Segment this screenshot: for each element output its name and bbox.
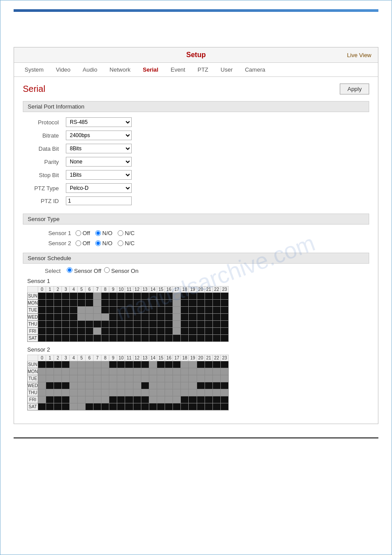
cell-tue-13[interactable] [141, 375, 149, 382]
cell-sat-7[interactable] [94, 403, 101, 410]
cell-wed-2[interactable] [54, 382, 62, 389]
cell-thu-16[interactable] [165, 389, 173, 396]
cell-mon-2[interactable] [54, 300, 62, 307]
cell-tue-19[interactable] [189, 307, 197, 314]
cell-wed-7[interactable] [94, 314, 101, 321]
cell-mon-9[interactable] [109, 368, 117, 375]
cell-tue-18[interactable] [181, 375, 189, 382]
cell-fri-17[interactable] [173, 328, 181, 335]
cell-fri-16[interactable] [165, 328, 173, 335]
cell-sat-9[interactable] [109, 403, 117, 410]
cell-wed-20[interactable] [197, 382, 205, 389]
cell-sun-20[interactable] [197, 361, 205, 368]
sensor1-nc-option[interactable]: N/C [118, 230, 134, 236]
cell-fri-17[interactable] [173, 396, 181, 403]
cell-mon-3[interactable] [62, 300, 70, 307]
cell-fri-13[interactable] [141, 328, 149, 335]
sensor2-off-radio[interactable] [76, 240, 81, 246]
cell-thu-15[interactable] [157, 389, 165, 396]
cell-sun-18[interactable] [181, 361, 189, 368]
cell-wed-3[interactable] [62, 382, 70, 389]
cell-fri-14[interactable] [149, 396, 157, 403]
cell-wed-0[interactable] [38, 382, 46, 389]
cell-mon-20[interactable] [197, 368, 205, 375]
cell-sun-16[interactable] [165, 361, 173, 368]
cell-tue-8[interactable] [101, 375, 109, 382]
cell-sun-2[interactable] [54, 361, 62, 368]
cell-mon-15[interactable] [157, 300, 165, 307]
cell-thu-7[interactable] [94, 389, 101, 396]
cell-sun-5[interactable] [78, 293, 86, 300]
cell-sun-15[interactable] [157, 293, 165, 300]
cell-tue-18[interactable] [181, 307, 189, 314]
cell-tue-9[interactable] [109, 375, 117, 382]
cell-tue-9[interactable] [109, 307, 117, 314]
cell-sun-5[interactable] [78, 361, 86, 368]
cell-tue-19[interactable] [189, 375, 197, 382]
cell-sun-12[interactable] [133, 293, 141, 300]
cell-thu-14[interactable] [149, 321, 157, 328]
cell-wed-16[interactable] [165, 382, 173, 389]
cell-sat-6[interactable] [86, 403, 94, 410]
cell-fri-6[interactable] [86, 396, 94, 403]
cell-mon-18[interactable] [181, 300, 189, 307]
live-view-link[interactable]: Live View [347, 52, 371, 58]
cell-sat-17[interactable] [173, 335, 181, 342]
cell-sat-22[interactable] [212, 403, 220, 410]
cell-wed-14[interactable] [149, 314, 157, 321]
cell-tue-8[interactable] [101, 307, 109, 314]
cell-fri-0[interactable] [38, 396, 46, 403]
cell-sat-0[interactable] [38, 335, 46, 342]
cell-sat-13[interactable] [141, 335, 149, 342]
cell-thu-10[interactable] [117, 321, 125, 328]
cell-mon-12[interactable] [133, 368, 141, 375]
apply-button[interactable]: Apply [340, 83, 369, 94]
cell-sun-14[interactable] [149, 361, 157, 368]
cell-sat-7[interactable] [94, 335, 101, 342]
cell-thu-19[interactable] [189, 389, 197, 396]
cell-sun-23[interactable] [220, 293, 228, 300]
cell-wed-10[interactable] [117, 382, 125, 389]
cell-tue-17[interactable] [173, 307, 181, 314]
cell-tue-16[interactable] [165, 375, 173, 382]
cell-tue-14[interactable] [149, 307, 157, 314]
cell-sat-5[interactable] [78, 335, 86, 342]
cell-wed-16[interactable] [165, 314, 173, 321]
cell-mon-8[interactable] [101, 300, 109, 307]
cell-mon-21[interactable] [205, 300, 212, 307]
cell-wed-8[interactable] [101, 314, 109, 321]
cell-thu-12[interactable] [133, 389, 141, 396]
nav-event[interactable]: Event [165, 63, 191, 76]
cell-thu-23[interactable] [220, 389, 228, 396]
cell-thu-2[interactable] [54, 321, 62, 328]
cell-tue-1[interactable] [46, 375, 54, 382]
cell-sat-18[interactable] [181, 335, 189, 342]
cell-wed-10[interactable] [117, 314, 125, 321]
cell-sat-21[interactable] [205, 335, 212, 342]
cell-tue-15[interactable] [157, 375, 165, 382]
cell-mon-2[interactable] [54, 368, 62, 375]
cell-wed-12[interactable] [133, 314, 141, 321]
cell-tue-23[interactable] [220, 375, 228, 382]
cell-fri-11[interactable] [125, 396, 133, 403]
cell-fri-2[interactable] [54, 328, 62, 335]
sensor2-nc-option[interactable]: N/C [118, 240, 134, 247]
cell-tue-17[interactable] [173, 375, 181, 382]
cell-sat-3[interactable] [62, 403, 70, 410]
cell-mon-19[interactable] [189, 368, 197, 375]
parity-select[interactable]: None Odd Even [66, 157, 132, 167]
cell-thu-1[interactable] [46, 389, 54, 396]
cell-sat-9[interactable] [109, 335, 117, 342]
cell-mon-10[interactable] [117, 300, 125, 307]
cell-mon-17[interactable] [173, 368, 181, 375]
cell-sat-2[interactable] [54, 403, 62, 410]
sensor2-grid-table[interactable]: 01234567891011121314151617181920212223SU… [27, 355, 229, 410]
cell-sun-14[interactable] [149, 293, 157, 300]
cell-wed-15[interactable] [157, 314, 165, 321]
cell-mon-17[interactable] [173, 300, 181, 307]
cell-wed-6[interactable] [86, 382, 94, 389]
cell-sat-14[interactable] [149, 335, 157, 342]
cell-wed-9[interactable] [109, 382, 117, 389]
stopbit-select[interactable]: 1Bits 2Bits [66, 170, 132, 180]
cell-sun-16[interactable] [165, 293, 173, 300]
